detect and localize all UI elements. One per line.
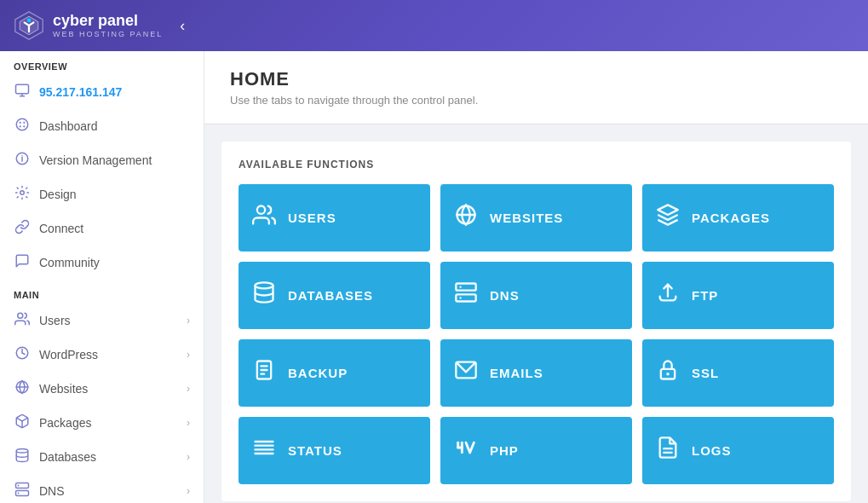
svg-point-24 <box>257 206 265 214</box>
svg-point-13 <box>21 155 23 157</box>
chevron-right-icon: › <box>187 485 190 497</box>
chevron-right-icon: › <box>187 315 190 327</box>
svg-point-7 <box>20 122 21 124</box>
logo-icon <box>14 10 44 41</box>
logo-title: cyber panel <box>53 13 163 30</box>
func-card-dns[interactable]: DNS <box>440 262 632 329</box>
func-card-packages[interactable]: PACKAGES <box>642 184 834 252</box>
chevron-right-icon: › <box>187 383 190 395</box>
func-card-ssl[interactable]: SSL <box>642 339 834 407</box>
func-card-backup[interactable]: BACKUP <box>239 339 430 407</box>
logs-card-icon <box>656 436 680 465</box>
func-card-logs[interactable]: LOGS <box>642 417 834 484</box>
users-card-icon <box>252 203 276 233</box>
logo-subtitle: WEB HOSTING PANEL <box>53 30 163 38</box>
packages-icon <box>14 413 31 432</box>
link-icon <box>14 219 31 238</box>
dns-icon <box>14 482 31 500</box>
svg-rect-28 <box>456 294 475 301</box>
func-card-label: PACKAGES <box>692 211 770 225</box>
func-card-emails[interactable]: EMAILS <box>440 339 632 407</box>
database-icon <box>14 448 31 466</box>
sidebar-item-label: Websites <box>39 382 88 396</box>
functions-grid: USERS WEBSITES PACKAGES <box>239 184 834 484</box>
database-card-icon <box>252 280 276 310</box>
svg-point-15 <box>18 313 23 318</box>
func-card-label: SSL <box>692 366 719 380</box>
sidebar-item-label: WordPress <box>39 348 98 361</box>
logo-text: cyber panel WEB HOSTING PANEL <box>53 13 163 38</box>
sidebar-toggle[interactable]: ‹ <box>180 17 185 35</box>
func-card-databases[interactable]: DATABASES <box>239 262 430 329</box>
main-content: HOME Use the tabs to navigate through th… <box>204 51 868 503</box>
sidebar-item-dashboard[interactable]: Dashboard <box>0 109 204 143</box>
func-card-ftp[interactable]: FTP <box>642 262 834 329</box>
svg-rect-27 <box>456 284 475 291</box>
svg-point-14 <box>20 191 25 195</box>
chevron-right-icon: › <box>187 451 190 463</box>
sidebar-item-packages[interactable]: Packages › <box>0 406 204 440</box>
func-card-status[interactable]: STATUS <box>239 417 430 484</box>
sidebar-item-version-management[interactable]: Version Management <box>0 143 204 177</box>
header: cyber panel WEB HOSTING PANEL ‹ <box>0 0 868 51</box>
functions-title: AVAILABLE FUNCTIONS <box>239 159 834 171</box>
func-card-php[interactable]: PHP <box>440 417 632 484</box>
chat-icon <box>14 253 31 272</box>
palette-icon <box>14 117 31 136</box>
dns-card-icon <box>454 280 478 310</box>
globe-icon <box>14 379 31 398</box>
func-card-websites[interactable]: WEBSITES <box>440 184 632 252</box>
svg-point-26 <box>256 282 273 288</box>
chevron-right-icon: › <box>187 349 190 361</box>
gear-icon <box>14 185 31 204</box>
body-layout: OVERVIEW 95.217.161.147 Dashboard Versio… <box>0 51 868 503</box>
page-header: HOME Use the tabs to navigate through th… <box>204 51 868 124</box>
func-card-users[interactable]: USERS <box>239 184 430 252</box>
svg-point-6 <box>16 119 28 130</box>
globe-card-icon <box>454 203 478 233</box>
sidebar-item-design[interactable]: Design <box>0 177 204 211</box>
ip-address: 95.217.161.147 <box>39 85 122 99</box>
ssl-card-icon <box>656 358 680 388</box>
svg-point-19 <box>16 449 28 454</box>
sidebar-item-connect[interactable]: Connect <box>0 211 204 246</box>
sidebar-item-label: Version Management <box>39 153 152 167</box>
users-icon <box>14 311 31 330</box>
sidebar-item-databases[interactable]: Databases › <box>0 440 204 474</box>
info-icon <box>14 151 31 170</box>
chevron-right-icon: › <box>187 417 190 429</box>
sidebar-item-label: Community <box>39 256 100 269</box>
status-card-icon <box>252 436 276 465</box>
sidebar-item-label: Connect <box>39 222 83 235</box>
svg-point-38 <box>666 373 670 376</box>
sidebar-item-websites[interactable]: Websites › <box>0 372 204 406</box>
sidebar-item-community[interactable]: Community <box>0 246 204 280</box>
sidebar-item-users[interactable]: Users › <box>0 304 204 338</box>
sidebar-item-wordpress[interactable]: WordPress › <box>0 338 204 372</box>
page-subtitle: Use the tabs to navigate through the con… <box>230 94 842 107</box>
sidebar-item-dns[interactable]: DNS › <box>0 474 204 503</box>
page-title: HOME <box>230 68 842 90</box>
svg-point-30 <box>459 297 461 298</box>
monitor-icon <box>14 83 31 101</box>
func-card-label: LOGS <box>692 443 732 458</box>
sidebar-item-label: Users <box>39 314 71 327</box>
func-card-label: WEBSITES <box>490 211 563 225</box>
svg-point-2 <box>27 18 32 22</box>
svg-rect-3 <box>16 84 29 94</box>
sidebar-item-label: Design <box>39 188 77 201</box>
sidebar-item-ip[interactable]: 95.217.161.147 <box>0 75 204 109</box>
sidebar-item-label: Databases <box>39 450 96 464</box>
func-card-label: USERS <box>288 211 336 225</box>
func-card-label: DNS <box>490 288 520 303</box>
sidebar: OVERVIEW 95.217.161.147 Dashboard Versio… <box>0 51 204 503</box>
func-card-label: DATABASES <box>288 288 373 303</box>
svg-point-8 <box>23 122 25 124</box>
svg-line-44 <box>470 442 474 453</box>
main-section-label: MAIN <box>0 280 204 304</box>
func-card-label: FTP <box>692 288 718 303</box>
packages-card-icon <box>656 203 680 233</box>
php-card-icon <box>454 436 478 465</box>
svg-point-29 <box>459 286 461 287</box>
sidebar-item-label: DNS <box>39 484 65 498</box>
